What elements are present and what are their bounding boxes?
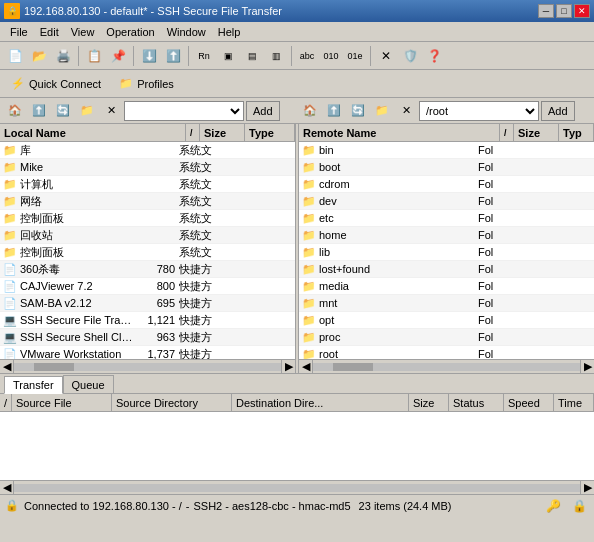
transfer-scroll-track[interactable] bbox=[14, 484, 580, 492]
remote-file-row[interactable]: 📁 mnt Fol bbox=[299, 295, 594, 312]
local-scroll-left[interactable]: ◀ bbox=[0, 360, 14, 373]
paste-button[interactable]: 📌 bbox=[107, 45, 129, 67]
down-button[interactable]: ⬇️ bbox=[138, 45, 160, 67]
transfer-col-source-dir[interactable]: Source Directory bbox=[112, 394, 232, 411]
remote-file-row[interactable]: 📁 root Fol bbox=[299, 346, 594, 359]
profiles-button[interactable]: 📁 Profiles bbox=[112, 73, 181, 95]
remote-file-row[interactable]: 📁 opt Fol bbox=[299, 312, 594, 329]
remote-home-btn[interactable]: 🏠 bbox=[299, 100, 321, 122]
help-button[interactable]: ❓ bbox=[423, 45, 445, 67]
local-home-btn[interactable]: 🏠 bbox=[4, 100, 26, 122]
local-delete-btn[interactable]: ✕ bbox=[100, 100, 122, 122]
remote-file-row[interactable]: 📁 lost+found Fol bbox=[299, 261, 594, 278]
menu-operation[interactable]: Operation bbox=[100, 24, 160, 40]
local-path-select[interactable] bbox=[124, 101, 244, 121]
remote-up-btn[interactable]: ⬆️ bbox=[323, 100, 345, 122]
transfer-col-size[interactable]: Size bbox=[409, 394, 449, 411]
shield-button[interactable]: 🛡️ bbox=[399, 45, 421, 67]
tab-queue[interactable]: Queue bbox=[63, 375, 114, 393]
toolbar-btn-1[interactable]: Rn bbox=[193, 45, 215, 67]
local-file-row[interactable]: 📁 Mike 系统文 bbox=[0, 159, 295, 176]
remote-scroll-left[interactable]: ◀ bbox=[299, 360, 313, 373]
toolbar-btn-2[interactable]: ▣ bbox=[217, 45, 239, 67]
copy-button[interactable]: 📋 bbox=[83, 45, 105, 67]
transfer-col-dest-dir[interactable]: Destination Dire... bbox=[232, 394, 409, 411]
local-file-row[interactable]: 📄 360杀毒 780 快捷方 bbox=[0, 261, 295, 278]
menu-view[interactable]: View bbox=[65, 24, 101, 40]
local-file-row[interactable]: 💻 SSH Secure Shell Client 963 快捷方 bbox=[0, 329, 295, 346]
maximize-button[interactable]: □ bbox=[556, 4, 572, 18]
toolbar-btn-01e[interactable]: 01e bbox=[344, 45, 366, 67]
remote-slash-header[interactable]: / bbox=[500, 124, 514, 141]
new-button[interactable]: 📄 bbox=[4, 45, 26, 67]
local-newfolder-btn[interactable]: 📁 bbox=[76, 100, 98, 122]
remote-file-row[interactable]: 📁 proc Fol bbox=[299, 329, 594, 346]
remote-file-row[interactable]: 📁 media Fol bbox=[299, 278, 594, 295]
local-name-header[interactable]: Local Name bbox=[0, 124, 186, 141]
file-icon: 📁 bbox=[2, 176, 18, 192]
menu-file[interactable]: File bbox=[4, 24, 34, 40]
transfer-scroll-right[interactable]: ▶ bbox=[580, 481, 594, 494]
remote-file-row[interactable]: 📁 cdrom Fol bbox=[299, 176, 594, 193]
menu-window[interactable]: Window bbox=[161, 24, 212, 40]
up-button[interactable]: ⬆️ bbox=[162, 45, 184, 67]
status-lock-icon[interactable]: 🔒 bbox=[568, 495, 590, 517]
remote-path-select[interactable]: /root bbox=[419, 101, 539, 121]
remote-toolbar: 🏠 ⬆️ 🔄 📁 ✕ /root Add bbox=[299, 100, 590, 122]
remote-file-row[interactable]: 📁 dev Fol bbox=[299, 193, 594, 210]
transfer-col-speed[interactable]: Speed bbox=[504, 394, 554, 411]
remote-file-row[interactable]: 📁 etc Fol bbox=[299, 210, 594, 227]
local-file-row[interactable]: 📁 网络 系统文 bbox=[0, 193, 295, 210]
remote-hscroll[interactable]: ◀ ▶ bbox=[299, 359, 594, 373]
open-button[interactable]: 📂 bbox=[28, 45, 50, 67]
remote-delete-btn[interactable]: ✕ bbox=[395, 100, 417, 122]
toolbar-btn-abc[interactable]: abc bbox=[296, 45, 318, 67]
minimize-button[interactable]: ─ bbox=[538, 4, 554, 18]
local-up-btn[interactable]: ⬆️ bbox=[28, 100, 50, 122]
local-file-row[interactable]: 💻 SSH Secure File Transfe... 1,121 快捷方 bbox=[0, 312, 295, 329]
cancel-x-button[interactable]: ✕ bbox=[375, 45, 397, 67]
remote-add-btn[interactable]: Add bbox=[541, 101, 575, 121]
local-file-row[interactable]: 📁 控制面板 系统文 bbox=[0, 210, 295, 227]
menu-edit[interactable]: Edit bbox=[34, 24, 65, 40]
local-file-row[interactable]: 📁 计算机 系统文 bbox=[0, 176, 295, 193]
local-file-row[interactable]: 📄 VMware Workstation 1,737 快捷方 bbox=[0, 346, 295, 359]
local-size-header[interactable]: Size bbox=[200, 124, 245, 141]
remote-type-header[interactable]: Typ bbox=[559, 124, 594, 141]
remote-scroll-right[interactable]: ▶ bbox=[580, 360, 594, 373]
toolbar-btn-010[interactable]: 010 bbox=[320, 45, 342, 67]
transfer-scroll-left[interactable]: ◀ bbox=[0, 481, 14, 494]
close-button[interactable]: ✕ bbox=[574, 4, 590, 18]
local-file-row[interactable]: 📁 库 系统文 bbox=[0, 142, 295, 159]
local-type-header[interactable]: Type bbox=[245, 124, 295, 141]
remote-file-row[interactable]: 📁 home Fol bbox=[299, 227, 594, 244]
remote-newfolder-btn[interactable]: 📁 bbox=[371, 100, 393, 122]
transfer-col-status[interactable]: Status bbox=[449, 394, 504, 411]
status-key-icon[interactable]: 🔑 bbox=[542, 495, 564, 517]
remote-file-row[interactable]: 📁 boot Fol bbox=[299, 159, 594, 176]
transfer-col-source-file[interactable]: Source File bbox=[12, 394, 112, 411]
local-file-row[interactable]: 📄 CAJViewer 7.2 800 快捷方 bbox=[0, 278, 295, 295]
remote-name-header[interactable]: Remote Name bbox=[299, 124, 500, 141]
local-slash-header[interactable]: / bbox=[186, 124, 200, 141]
transfer-hscroll[interactable]: ◀ ▶ bbox=[0, 480, 594, 494]
toolbar-btn-3[interactable]: ▤ bbox=[241, 45, 263, 67]
local-refresh-btn[interactable]: 🔄 bbox=[52, 100, 74, 122]
menu-help[interactable]: Help bbox=[212, 24, 247, 40]
local-hscroll[interactable]: ◀ ▶ bbox=[0, 359, 295, 373]
print-button[interactable]: 🖨️ bbox=[52, 45, 74, 67]
local-file-row[interactable]: 📁 控制面板 系统文 bbox=[0, 244, 295, 261]
tab-transfer[interactable]: Transfer bbox=[4, 376, 63, 394]
toolbar-btn-4[interactable]: ▥ bbox=[265, 45, 287, 67]
remote-file-row[interactable]: 📁 bin Fol bbox=[299, 142, 594, 159]
local-file-row[interactable]: 📁 回收站 系统文 bbox=[0, 227, 295, 244]
quick-connect-button[interactable]: ⚡ Quick Connect bbox=[4, 73, 108, 95]
local-add-btn[interactable]: Add bbox=[246, 101, 280, 121]
local-scroll-right[interactable]: ▶ bbox=[281, 360, 295, 373]
remote-file-row[interactable]: 📁 lib Fol bbox=[299, 244, 594, 261]
remote-size-header[interactable]: Size bbox=[514, 124, 559, 141]
local-file-row[interactable]: 📄 SAM-BA v2.12 695 快捷方 bbox=[0, 295, 295, 312]
remote-refresh-btn[interactable]: 🔄 bbox=[347, 100, 369, 122]
remote-scroll-track[interactable] bbox=[313, 363, 580, 371]
local-scroll-track[interactable] bbox=[14, 363, 281, 371]
